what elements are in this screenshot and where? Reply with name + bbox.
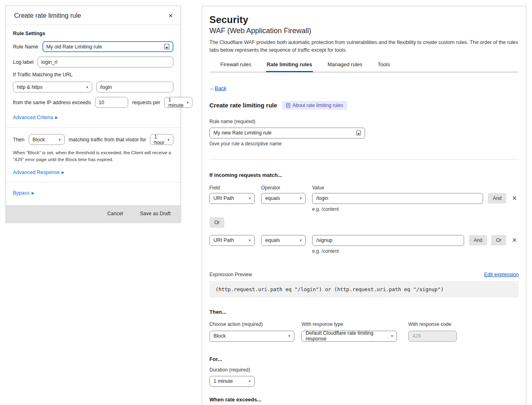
threshold-middle: requests per bbox=[132, 100, 160, 105]
operator-select-2[interactable]: equals ▾ bbox=[261, 235, 306, 246]
advanced-response-link[interactable]: Advanced Response ▶ bbox=[13, 170, 64, 175]
field-select-1[interactable]: URI Path ▾ bbox=[209, 193, 255, 204]
operator-select-2-value: equals bbox=[265, 237, 280, 243]
bypass-label: Bypass bbox=[13, 190, 30, 196]
action-select-value: Block bbox=[33, 137, 45, 143]
tab-tools[interactable]: Tools bbox=[377, 61, 391, 72]
bypass-link[interactable]: Bypass ▶ bbox=[13, 190, 34, 196]
create-rule-heading: Create rate limiting rule bbox=[209, 102, 277, 109]
rule-name-field-wrap bbox=[42, 41, 173, 52]
save-as-draft-button[interactable]: Save as Draft bbox=[140, 211, 171, 216]
log-label-input[interactable] bbox=[41, 59, 170, 65]
chevron-down-icon: ▾ bbox=[187, 101, 189, 105]
remove-condition-2-icon[interactable]: ✕ bbox=[510, 237, 519, 244]
response-type-label: With response type bbox=[302, 321, 397, 327]
autofill-extension-icon[interactable] bbox=[356, 130, 361, 136]
log-label-field-wrap bbox=[38, 57, 173, 67]
duration-select[interactable]: 1 minute ▾ bbox=[209, 376, 255, 387]
field-select-1-value: URI Path bbox=[213, 195, 234, 201]
caret-right-icon: ▶ bbox=[32, 191, 34, 195]
threshold-prefix: from the same IP address exceeds bbox=[13, 100, 91, 105]
then-section-heading: Then... bbox=[209, 309, 519, 315]
chevron-down-icon: ▾ bbox=[86, 85, 88, 89]
chevron-down-icon: ▾ bbox=[288, 334, 290, 338]
tabs-bar: Firewall rules Rate limiting rules Manag… bbox=[209, 61, 519, 72]
action-select-value: Block bbox=[213, 333, 226, 339]
url-field-wrap bbox=[96, 82, 173, 92]
advanced-criteria-link[interactable]: Advanced Criteria ▶ bbox=[13, 115, 58, 120]
then-row: Then Block ▾ matching traffic from that … bbox=[13, 134, 173, 145]
close-icon[interactable]: ✕ bbox=[167, 12, 174, 19]
value-field-2-wrap bbox=[312, 235, 464, 246]
doc-icon bbox=[286, 103, 290, 108]
ban-duration-select[interactable]: 1 hour ▾ bbox=[150, 134, 173, 145]
chevron-down-icon: ▾ bbox=[300, 238, 302, 242]
then-middle: matching traffic from that visitor for bbox=[69, 137, 146, 143]
action-select[interactable]: Block ▾ bbox=[209, 331, 294, 342]
field-select-2-value: URI Path bbox=[213, 237, 234, 243]
advanced-response-label: Advanced Response bbox=[13, 170, 59, 175]
back-label: Back bbox=[215, 85, 226, 91]
rule-name-row: Rule Name bbox=[13, 41, 173, 52]
value-column-label: Value bbox=[312, 185, 324, 191]
and-button-1[interactable]: And bbox=[488, 193, 506, 204]
security-waf-panel: Security WAF (Web Application Firewall) … bbox=[202, 6, 526, 405]
rule-name-label: Rule name (required) bbox=[209, 119, 519, 124]
response-type-select[interactable]: Default Cloudflare rate limiting respons… bbox=[302, 331, 397, 342]
operator-column-label: Operator bbox=[261, 185, 306, 191]
value-input-1[interactable] bbox=[316, 195, 479, 201]
traffic-match-label: If Traffic Matching the URL bbox=[13, 72, 173, 78]
for-section-heading: For... bbox=[209, 356, 519, 362]
or-connector-button[interactable]: Or bbox=[209, 217, 224, 228]
tab-managed-rules[interactable]: Managed rules bbox=[327, 61, 363, 72]
requests-field-wrap bbox=[95, 97, 128, 108]
field-select-2[interactable]: URI Path ▾ bbox=[209, 235, 255, 246]
rate-section-heading: When rate exceeds... bbox=[209, 397, 519, 403]
page-title: Security bbox=[209, 14, 519, 25]
page: Create rate limiting rule ✕ Rule Setting… bbox=[0, 0, 532, 405]
requests-input[interactable] bbox=[99, 100, 125, 105]
threshold-row: from the same IP address exceeds request… bbox=[13, 97, 173, 108]
expression-preview-code: (http.request.uri.path eq "/login") or (… bbox=[209, 281, 519, 298]
section-divider bbox=[209, 159, 519, 160]
period-select-value: 1 minute bbox=[168, 97, 184, 108]
scheme-select[interactable]: http & https ▾ bbox=[13, 82, 92, 92]
about-badge-label: About rate limiting rules bbox=[293, 103, 343, 108]
value-input-2[interactable] bbox=[316, 237, 460, 243]
value-field-1-wrap bbox=[312, 193, 483, 204]
action-select[interactable]: Block ▾ bbox=[29, 134, 65, 145]
chevron-down-icon: ▾ bbox=[249, 196, 251, 200]
period-select[interactable]: 1 minute ▾ bbox=[164, 97, 192, 108]
response-code-field-wrap bbox=[408, 331, 457, 342]
autofill-extension-icon[interactable] bbox=[164, 44, 169, 50]
edit-expression-link[interactable]: Edit expression bbox=[484, 272, 519, 277]
scheme-select-value: http & https bbox=[17, 84, 42, 90]
dialog-title: Create rate limiting rule bbox=[14, 12, 81, 19]
operator-select-1[interactable]: equals ▾ bbox=[261, 193, 306, 204]
and-button-2[interactable]: And bbox=[469, 235, 487, 246]
url-input[interactable] bbox=[100, 84, 170, 90]
tab-rate-limiting-rules[interactable]: Rate limiting rules bbox=[266, 61, 313, 72]
chevron-down-icon: ▾ bbox=[167, 138, 169, 142]
log-label-row: Log label bbox=[13, 57, 173, 67]
log-label-label: Log label bbox=[13, 59, 34, 65]
advanced-criteria-label: Advanced Criteria bbox=[13, 115, 53, 120]
rule-name-input[interactable] bbox=[46, 44, 162, 50]
chevron-down-icon: ▾ bbox=[391, 334, 393, 338]
condition-row-1: URI Path ▾ equals ▾ And ✕ bbox=[209, 193, 519, 204]
back-link[interactable]: ←Back bbox=[209, 85, 226, 91]
caret-right-icon: ▶ bbox=[61, 170, 64, 174]
cancel-button[interactable]: Cancel bbox=[107, 211, 123, 216]
tab-firewall-rules[interactable]: Firewall rules bbox=[220, 61, 252, 72]
response-code-label: With response code bbox=[408, 321, 457, 327]
new-rule-name-input[interactable] bbox=[213, 130, 354, 136]
chevron-down-icon: ▾ bbox=[249, 379, 251, 383]
chevron-down-icon: ▾ bbox=[249, 238, 251, 242]
remove-condition-1-icon[interactable]: ✕ bbox=[510, 195, 519, 202]
expression-preview-label: Expression Preview bbox=[209, 272, 252, 277]
then-label: Then bbox=[13, 137, 25, 143]
about-rate-limiting-badge[interactable]: About rate limiting rules bbox=[282, 101, 347, 110]
rule-settings-section: Rule Settings Rule Name Log label If Tra… bbox=[6, 25, 180, 128]
rule-name-helper: Give your rule a descriptive name bbox=[209, 141, 519, 147]
or-button-2[interactable]: Or bbox=[491, 235, 506, 246]
